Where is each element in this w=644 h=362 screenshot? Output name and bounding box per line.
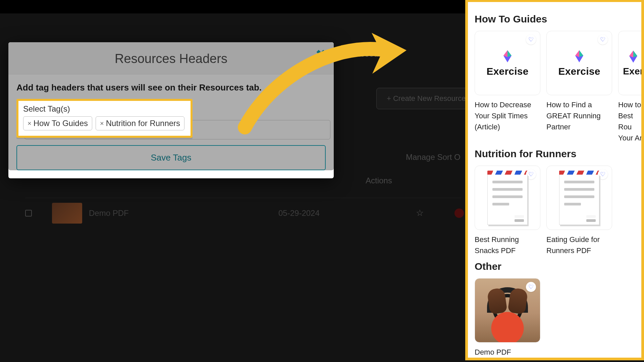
manage-sort-link[interactable]: Manage Sort O bbox=[406, 153, 461, 162]
tag-label: How To Guides bbox=[34, 119, 88, 128]
resource-card[interactable]: ♡ Eating Guide for Runners PDF bbox=[546, 166, 612, 256]
card-title: How to Find a GREAT Running Partner bbox=[546, 99, 612, 132]
row-thumbnail bbox=[52, 203, 82, 224]
section-header: How To Guides bbox=[475, 13, 635, 25]
card-title: Best Running Snacks PDF bbox=[475, 234, 540, 256]
resources-preview-panel: How To Guides ♡ Exercise How to Decrease… bbox=[465, 0, 644, 360]
table-row[interactable]: Demo PDF 05-29-2024 ☆ bbox=[25, 198, 461, 228]
resource-card[interactable]: ♡ Demo PDF bbox=[475, 278, 540, 358]
exercise-logo-text: Exercise bbox=[558, 66, 600, 77]
tag-label: Nutrition for Runners bbox=[106, 119, 180, 128]
document-thumb-icon bbox=[559, 171, 599, 225]
card-row: ♡ Demo PDF bbox=[475, 278, 635, 358]
actions-column-header: Actions bbox=[366, 176, 392, 185]
select-tags-label: Select Tag(s) bbox=[23, 104, 186, 114]
star-icon[interactable]: ☆ bbox=[416, 208, 424, 218]
section-header: Other bbox=[475, 261, 635, 272]
resource-card[interactable]: Exer How to F Best Rou Your Are bbox=[618, 31, 644, 143]
section-header: Nutrition for Runners bbox=[475, 148, 635, 160]
resource-card[interactable]: ♡ Best Running Snacks PDF bbox=[475, 166, 540, 256]
row-name: Demo PDF bbox=[89, 208, 129, 218]
exercise-logo-icon bbox=[572, 49, 587, 64]
exercise-logo-text: Exercise bbox=[486, 66, 528, 77]
row-checkbox[interactable] bbox=[25, 210, 32, 217]
tag-chip[interactable]: × Nutrition for Runners bbox=[96, 116, 184, 130]
favorite-icon[interactable]: ♡ bbox=[526, 35, 536, 45]
row-date: 05-29-2024 bbox=[278, 208, 320, 218]
card-title: How to Decrease Your Split Times (Articl… bbox=[475, 99, 540, 132]
tag-chip[interactable]: × How To Guides bbox=[23, 116, 92, 130]
arrow-annotation bbox=[231, 23, 419, 137]
remove-tag-icon[interactable]: × bbox=[28, 120, 32, 127]
remove-tag-icon[interactable]: × bbox=[100, 120, 104, 127]
card-title: How to F Best Rou Your Are bbox=[618, 99, 644, 143]
favorite-icon[interactable]: ♡ bbox=[598, 35, 608, 45]
exercise-logo-text: Exer bbox=[623, 66, 644, 77]
document-thumb-icon bbox=[487, 171, 528, 225]
card-title: Demo PDF bbox=[475, 347, 540, 358]
card-title: Eating Guide for Runners PDF bbox=[546, 234, 612, 256]
select-tags-highlight: Select Tag(s) × How To Guides × Nutritio… bbox=[16, 99, 193, 138]
delete-dot-icon[interactable] bbox=[454, 208, 464, 218]
favorite-icon[interactable]: ♡ bbox=[526, 282, 536, 292]
card-row: ♡ Exercise How to Decrease Your Split Ti… bbox=[475, 31, 635, 143]
resource-card[interactable]: ♡ Exercise How to Decrease Your Split Ti… bbox=[475, 31, 540, 143]
tags-input[interactable]: × How To Guides × Nutrition for Runners bbox=[23, 116, 186, 130]
exercise-logo-icon bbox=[626, 49, 641, 64]
card-row: ♡ Best Running Snacks PDF ♡ bbox=[475, 166, 635, 256]
resource-card[interactable]: ♡ Exercise How to Find a GREAT Running P… bbox=[546, 31, 612, 143]
exercise-logo-icon bbox=[500, 49, 515, 64]
save-tags-button[interactable]: Save Tags bbox=[16, 145, 326, 170]
kettlebell-image: ♡ bbox=[475, 278, 540, 343]
